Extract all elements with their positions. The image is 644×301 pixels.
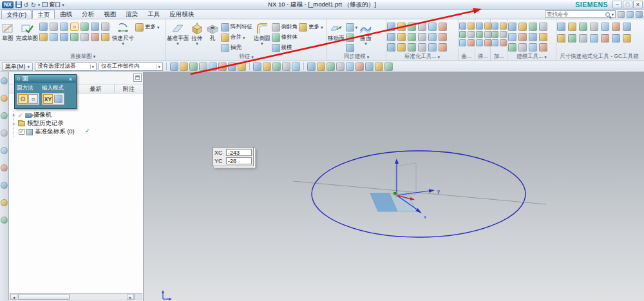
column-latest[interactable]: 最新 (77, 84, 115, 93)
datum-plane-button[interactable]: 基准平面 ▾ (167, 21, 189, 46)
sketch-tool-icon[interactable] (80, 23, 89, 31)
selection-filter-dropdown[interactable]: 没有选择过滤器 ▾ (35, 63, 97, 71)
tool-icon[interactable] (1, 217, 8, 224)
group-label-modeling-tools[interactable]: 建模工具... ▾ (507, 53, 556, 61)
circle-by-center-button[interactable]: ⊙ (18, 94, 28, 104)
tool-icon[interactable] (408, 23, 416, 31)
tool-icon[interactable] (263, 63, 271, 71)
tool-icon[interactable] (428, 23, 437, 31)
checkbox-icon[interactable]: ✓ (19, 129, 24, 135)
xc-input[interactable]: -243 (226, 149, 252, 156)
menu-button[interactable]: 菜单(M) ▾ (2, 63, 33, 71)
tool-icon[interactable] (1, 112, 8, 119)
minimize-button[interactable]: − (612, 1, 622, 8)
more-feature-button[interactable]: 更多 ▾ (299, 22, 323, 32)
tool-icon[interactable] (218, 63, 227, 71)
circle-tool-icon[interactable]: ○ (70, 23, 79, 31)
tool-icon[interactable] (1, 130, 8, 137)
sketch-button[interactable]: 草图 (1, 21, 15, 41)
tool-icon[interactable] (529, 23, 537, 31)
tool-icon[interactable] (518, 43, 527, 52)
origin-point[interactable] (395, 194, 398, 197)
tool-icon[interactable] (1, 199, 8, 206)
tool-icon[interactable] (459, 31, 466, 38)
tool-icon[interactable] (327, 63, 335, 71)
tab-file[interactable]: 文件(F) (1, 10, 32, 19)
tool-icon[interactable] (355, 63, 364, 71)
group-label-gc-toolbox[interactable]: 尺寸快速格式化工具 - GC工具箱 (556, 52, 642, 61)
tool-icon[interactable] (365, 63, 374, 71)
tool-icon[interactable] (282, 63, 290, 71)
tool-icon[interactable] (272, 63, 281, 71)
tool-icon[interactable] (317, 63, 325, 71)
tab-curve[interactable]: 曲线 (55, 10, 77, 19)
column-note[interactable]: 附注 (115, 84, 143, 93)
move-face-button[interactable]: 移动面 (328, 21, 345, 41)
sketch-tool-icon[interactable] (91, 23, 99, 31)
tool-icon[interactable] (468, 39, 475, 46)
maximize-button[interactable]: □ (623, 1, 632, 8)
tree-item-datum-csys[interactable]: ✓ 基准坐标系 (0) ✓ (9, 128, 143, 136)
tool-icon[interactable] (384, 63, 393, 71)
datum-axis-line[interactable] (293, 181, 546, 204)
tool-icon[interactable] (557, 34, 565, 43)
redo-icon[interactable]: ↻ (31, 1, 36, 8)
tool-icon[interactable] (397, 23, 406, 31)
tool-icon[interactable] (476, 31, 483, 38)
tool-icon[interactable] (180, 63, 188, 71)
tool-icon[interactable] (539, 43, 547, 52)
tool-icon[interactable] (209, 63, 217, 71)
group-label-spring[interactable]: 弹... (475, 52, 490, 61)
edge-blend-button[interactable]: 边倒圆 ▾ (254, 21, 270, 46)
expand-icon[interactable]: + (12, 112, 16, 119)
tool-icon[interactable] (1, 77, 8, 84)
tool-icon[interactable] (468, 23, 475, 30)
tool-icon[interactable] (568, 23, 576, 31)
tool-icon[interactable] (500, 39, 507, 46)
sync-tool-button[interactable] (346, 43, 358, 53)
sketch-tool-icon[interactable] (50, 33, 58, 41)
tool-icon[interactable] (346, 63, 354, 71)
tool-icon[interactable] (579, 23, 587, 31)
sketch-tool-icon[interactable] (80, 33, 89, 41)
sketch-tool-icon[interactable] (70, 33, 79, 41)
scroll-right-button[interactable]: ▸ (127, 294, 134, 300)
tab-home[interactable]: 主页 (32, 10, 55, 19)
line-tool-icon[interactable] (50, 23, 58, 31)
tool-icon[interactable] (408, 43, 416, 52)
tool-icon[interactable] (500, 23, 507, 30)
tool-icon[interactable] (228, 63, 236, 71)
close-icon[interactable]: × (67, 76, 74, 83)
search-input[interactable] (547, 11, 604, 17)
trim-body-button[interactable]: 修剪体 (272, 32, 298, 43)
tree-item-model-history[interactable]: − 模型历史记录 (9, 119, 143, 128)
quick-dimension-button[interactable]: 快速尺寸 ▾ (112, 21, 134, 46)
collapse-icon[interactable]: − (12, 121, 16, 127)
tool-icon[interactable] (508, 33, 516, 41)
tool-icon[interactable] (612, 34, 620, 43)
circle-dialog-titlebar[interactable]: ○ 圆 × (15, 75, 76, 83)
tool-icon[interactable] (468, 31, 475, 38)
tool-icon[interactable] (1, 147, 8, 154)
command-search[interactable]: ▾ (545, 10, 616, 18)
group-label-add[interactable]: 加... (491, 52, 507, 61)
tool-icon[interactable] (590, 23, 598, 31)
hole-button[interactable]: 孔 (205, 21, 220, 41)
tool-icon[interactable] (590, 34, 598, 43)
tool-icon[interactable] (397, 43, 406, 52)
tab-tools[interactable]: 工具 (143, 10, 164, 19)
finish-sketch-button[interactable]: 完成草图 (16, 21, 38, 41)
tool-icon[interactable] (418, 33, 426, 41)
scrollbar-thumb[interactable] (18, 294, 70, 300)
tool-icon[interactable] (518, 23, 527, 31)
tool-icon[interactable] (500, 31, 507, 38)
tool-icon[interactable] (1, 95, 8, 102)
unite-button[interactable]: 合并 ▾ (221, 32, 252, 43)
origin-handle-square[interactable] (393, 192, 396, 195)
group-label-standard-tools[interactable]: 标准化工具... ▾ (386, 53, 458, 61)
tool-icon[interactable] (491, 39, 498, 46)
tool-icon[interactable] (439, 43, 447, 52)
sketch-tool-icon[interactable] (39, 33, 48, 41)
scope-filter-dropdown[interactable]: 仅在工作部件内 ▾ (99, 63, 163, 71)
tool-icon[interactable] (518, 33, 527, 41)
